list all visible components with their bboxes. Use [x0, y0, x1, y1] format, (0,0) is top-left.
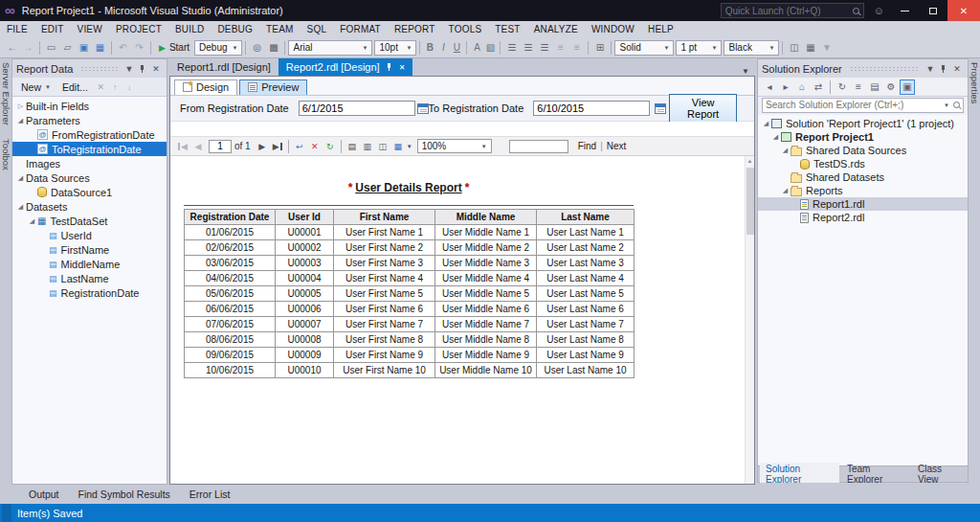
properties-icon[interactable]: ⚙: [883, 79, 899, 95]
menu-item-format[interactable]: FORMAT: [333, 24, 388, 34]
tree-collapse-icon[interactable]: ◢: [15, 203, 26, 211]
font-size-select[interactable]: 10pt ▼: [374, 40, 416, 56]
tree-collapse-icon[interactable]: ◢: [15, 174, 26, 182]
show-all-files-icon[interactable]: ▤: [867, 79, 882, 95]
menu-item-sql[interactable]: SQL: [301, 24, 334, 34]
configuration-select[interactable]: Debug ▼: [194, 40, 242, 56]
italic-icon[interactable]: I: [436, 42, 450, 53]
redo-icon[interactable]: ↷: [131, 39, 147, 57]
toolbar-overflow-icon[interactable]: ▼: [818, 39, 835, 57]
tree-item[interactable]: Images: [12, 156, 167, 170]
vertical-scrollbar[interactable]: ▲: [745, 156, 754, 484]
align-right-icon[interactable]: ☰: [536, 39, 552, 57]
save-all-icon[interactable]: ▦: [92, 39, 108, 57]
tree-item[interactable]: ◢Solution 'Report Project1' (1 project): [758, 117, 968, 130]
tree-collapse-icon[interactable]: ◢: [15, 117, 26, 125]
find-next-button[interactable]: Next: [603, 141, 631, 151]
tree-item[interactable]: ◢Reports: [758, 184, 968, 197]
border-color-select[interactable]: Black ▼: [724, 40, 779, 56]
panel-tab-output[interactable]: Output: [21, 487, 67, 502]
search-box[interactable]: ▼: [762, 98, 964, 113]
find-button[interactable]: Find: [574, 141, 600, 151]
find-in-files-icon[interactable]: ◎: [249, 39, 265, 57]
document-tab[interactable]: Report2.rdl [Design]✕: [278, 58, 413, 76]
window-position-icon[interactable]: ▼: [924, 61, 937, 77]
tree-item[interactable]: ▤LastName: [12, 271, 167, 285]
scrollbar-thumb[interactable]: [746, 168, 754, 235]
view-report-button[interactable]: View Report: [669, 94, 737, 124]
export-dropdown-icon[interactable]: ▼: [406, 138, 413, 154]
refresh-icon[interactable]: ↻: [323, 138, 338, 154]
panel-tab-error-list[interactable]: Error List: [182, 487, 238, 502]
tree-collapse-icon[interactable]: ◢: [780, 187, 791, 194]
find-input[interactable]: [509, 140, 568, 153]
menu-item-help[interactable]: HELP: [641, 24, 680, 34]
scroll-up-icon[interactable]: ▲: [746, 156, 754, 166]
stop-rendering-icon[interactable]: ✕: [307, 138, 323, 154]
tree-item[interactable]: ◢Parameters: [12, 113, 167, 127]
tree-collapse-icon[interactable]: ◢: [780, 147, 791, 154]
align-left-icon[interactable]: ☰: [503, 39, 520, 57]
delete-icon[interactable]: ✕: [95, 82, 107, 92]
new-file-icon[interactable]: ▭: [43, 39, 59, 57]
foreground-color-icon[interactable]: A: [470, 42, 483, 53]
feedback-icon[interactable]: ☺: [874, 5, 884, 16]
switch-views-icon[interactable]: ⇄: [811, 79, 826, 95]
close-tab-icon[interactable]: ✕: [399, 63, 406, 72]
menu-item-tools[interactable]: TOOLS: [442, 24, 489, 34]
window-position-icon[interactable]: ▼: [122, 61, 136, 77]
tree-collapse-icon[interactable]: ◢: [27, 217, 37, 225]
navigate-back-icon[interactable]: ←: [4, 39, 20, 57]
page-number-input[interactable]: [209, 140, 232, 153]
tree-item[interactable]: DataSource1: [12, 185, 167, 199]
bullet-list-icon[interactable]: ≡: [552, 39, 568, 57]
font-family-select[interactable]: Arial ▼: [288, 40, 372, 56]
minimize-button[interactable]: [890, 0, 919, 21]
tab-preview[interactable]: Preview: [239, 79, 307, 95]
new-button[interactable]: New ▼: [16, 80, 56, 94]
collapse-all-icon[interactable]: ≡: [851, 79, 866, 95]
print-icon[interactable]: ▤: [345, 138, 360, 154]
home-icon[interactable]: ⌂: [794, 79, 810, 95]
calendar-button[interactable]: [417, 101, 429, 116]
previous-page-icon[interactable]: ◀: [190, 138, 206, 154]
pin-icon[interactable]: [386, 62, 393, 72]
side-tab-properties[interactable]: Properties: [969, 62, 980, 103]
tab-list-dropdown-icon[interactable]: ▼: [736, 67, 755, 76]
tree-collapse-icon[interactable]: ◢: [770, 133, 781, 141]
tree-item[interactable]: Report1.rdl: [758, 197, 968, 211]
tree-item[interactable]: ◢Data Sources: [12, 170, 167, 185]
menu-item-test[interactable]: TEST: [488, 24, 526, 34]
menu-item-file[interactable]: FILE: [0, 24, 34, 34]
quick-launch-box[interactable]: [721, 3, 864, 18]
side-tab-toolbox[interactable]: Toolbox: [1, 139, 11, 170]
tree-item[interactable]: ◢Report Project1: [758, 130, 968, 144]
menu-item-debug[interactable]: DEBUG: [211, 24, 259, 34]
save-icon[interactable]: ▣: [76, 39, 92, 57]
start-debug-button[interactable]: ▶ Start: [154, 42, 194, 53]
move-down-icon[interactable]: ↓: [123, 82, 136, 92]
print-layout-icon[interactable]: ▥: [360, 138, 375, 154]
table-icon[interactable]: ▦: [802, 39, 818, 57]
merge-cells-icon[interactable]: ⊞: [591, 39, 608, 57]
tree-item[interactable]: ◢Shared Data Sources: [758, 144, 968, 157]
menu-item-build[interactable]: BUILD: [168, 24, 211, 34]
close-panel-icon[interactable]: ✕: [950, 61, 964, 77]
tree-item[interactable]: ◢▦TestDataSet: [12, 214, 167, 228]
background-color-icon[interactable]: ▧: [483, 42, 497, 53]
menu-item-report[interactable]: REPORT: [388, 24, 442, 34]
close-panel-icon[interactable]: ✕: [149, 61, 163, 77]
comment-icon[interactable]: ▩: [265, 39, 281, 57]
menu-item-analyze[interactable]: ANALYZE: [527, 24, 585, 34]
zoom-select[interactable]: 100% ▼: [417, 139, 492, 153]
panel-tab-find-symbol-results[interactable]: Find Symbol Results: [71, 487, 178, 502]
menu-item-window[interactable]: WINDOW: [585, 24, 641, 34]
tree-item[interactable]: TestDS.rds: [758, 157, 968, 170]
tree-item[interactable]: ▤UserId: [12, 228, 167, 242]
tree-expand-icon[interactable]: ▷: [15, 102, 26, 110]
tree-item[interactable]: Report2.rdl: [758, 211, 968, 224]
menu-item-edit[interactable]: EDIT: [34, 24, 71, 34]
number-list-icon[interactable]: ≡: [568, 39, 585, 57]
calendar-button[interactable]: [652, 101, 669, 116]
bold-icon[interactable]: B: [423, 42, 436, 53]
